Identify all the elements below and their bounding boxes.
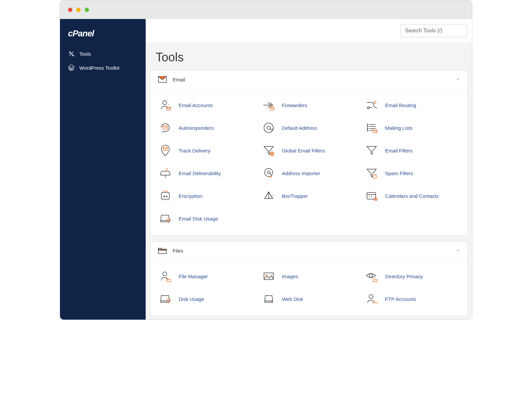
at-import-icon — [262, 166, 275, 180]
wordpress-icon — [68, 64, 75, 71]
tool-web-disk[interactable]: Web Disk — [257, 288, 361, 310]
tool-email-accounts[interactable]: Email Accounts — [154, 94, 257, 116]
tool-email-filters[interactable]: Email Filters — [360, 139, 464, 162]
section-title: Files — [173, 248, 183, 254]
tool-label: File Manager — [179, 274, 208, 279]
tool-images[interactable]: Images — [257, 265, 361, 288]
tool-track-delivery[interactable]: Track Delivery — [154, 139, 257, 162]
section-header-email[interactable]: Email — [151, 71, 467, 88]
maximize-window-button[interactable] — [85, 8, 89, 12]
svg-point-32 — [271, 301, 272, 302]
tools-icon — [68, 50, 75, 57]
svg-point-18 — [265, 168, 273, 176]
tool-disk-usage[interactable]: Disk Usage — [154, 288, 257, 310]
tool-label: Disk Usage — [179, 296, 204, 302]
tool-email-deliverability[interactable]: Email Deliverability — [154, 162, 257, 184]
trap-icon — [262, 189, 275, 202]
tool-global-email-filters[interactable]: Global Email Filters — [257, 139, 361, 162]
tool-file-manager[interactable]: File Manager — [154, 265, 257, 288]
safe-icon — [159, 189, 172, 202]
disk-icon — [262, 292, 275, 306]
section-email: Email Email Accounts Forwarders — [150, 70, 467, 236]
tool-boxtrapper[interactable]: BoxTrapper — [257, 184, 361, 207]
tool-label: Address Importer — [282, 170, 320, 176]
svg-rect-21 — [161, 192, 169, 199]
tool-mailing-lists[interactable]: Mailing Lists — [360, 116, 464, 139]
minimize-window-button[interactable] — [76, 8, 81, 12]
tool-email-disk-usage[interactable]: Email Disk Usage — [154, 207, 257, 230]
tool-label: Track Delivery — [179, 148, 210, 153]
sidebar-item-wordpress[interactable]: WordPress Toolkit — [60, 61, 146, 75]
eye-folder-icon — [365, 270, 378, 283]
sidebar-item-tools[interactable]: Tools — [60, 47, 146, 61]
tool-forwarders[interactable]: Forwarders — [257, 94, 361, 116]
sidebar-item-label: WordPress Toolkit — [79, 65, 119, 71]
svg-point-33 — [369, 295, 373, 299]
tool-label: Autoresponders — [179, 125, 214, 131]
tool-label: FTP Accounts — [385, 296, 416, 302]
autoresponder-icon — [159, 121, 172, 134]
svg-rect-27 — [158, 249, 166, 250]
tool-grid-files: File Manager Images Directory Privacy Di… — [151, 260, 467, 316]
svg-point-11 — [367, 124, 368, 125]
tool-label: Encryption — [179, 193, 202, 199]
svg-point-2 — [163, 101, 167, 105]
user-mail-icon — [159, 98, 172, 112]
tool-label: Email Filters — [385, 148, 413, 153]
app-window: cPanel Tools WordPress Toolkit Tools — [60, 0, 472, 320]
tool-label: Email Routing — [385, 102, 416, 108]
svg-point-23 — [166, 196, 167, 197]
email-icon — [158, 76, 167, 83]
tool-spam-filters[interactable]: Spam Filters — [360, 162, 464, 184]
section-header-files[interactable]: Files — [151, 242, 467, 260]
tool-label: Email Accounts — [179, 102, 213, 108]
svg-point-19 — [267, 171, 270, 174]
sidebar-item-label: Tools — [79, 51, 91, 57]
tool-label: Email Disk Usage — [179, 216, 218, 222]
chevron-up-icon — [456, 77, 460, 82]
svg-point-9 — [264, 123, 273, 132]
tool-label: Email Deliverability — [179, 170, 221, 176]
tool-label: Images — [282, 274, 298, 279]
chevron-up-icon — [456, 248, 460, 253]
svg-point-30 — [266, 275, 267, 276]
svg-point-10 — [267, 126, 270, 129]
close-window-button[interactable] — [68, 8, 72, 12]
user-ftp-icon: FTP — [365, 292, 378, 306]
svg-point-28 — [163, 272, 167, 276]
calendar-at-icon — [365, 189, 378, 202]
tool-default-address[interactable]: Default Address — [257, 116, 361, 139]
tool-label: Directory Privacy — [385, 274, 423, 279]
svg-point-6 — [367, 107, 369, 109]
tool-label: BoxTrapper — [282, 193, 308, 199]
tool-calendars-contacts[interactable]: Calendars and Contacts — [360, 184, 464, 207]
tool-encryption[interactable]: Encryption — [154, 184, 257, 207]
tool-label: Mailing Lists — [385, 125, 413, 131]
tool-autoresponders[interactable]: Autoresponders — [154, 116, 257, 139]
user-folder-icon — [159, 270, 172, 283]
mailbox-icon — [159, 166, 172, 180]
disk-pie-icon — [159, 292, 172, 306]
pin-mail-icon — [159, 144, 172, 157]
forward-icon — [262, 98, 275, 112]
tool-label: Spam Filters — [385, 170, 413, 176]
filter-globe-icon — [262, 144, 275, 157]
tool-label: Global Email Filters — [282, 148, 325, 153]
svg-point-22 — [164, 196, 165, 197]
image-icon — [262, 270, 275, 283]
svg-point-13 — [367, 128, 368, 129]
list-mail-icon — [365, 121, 378, 134]
tool-ftp-accounts[interactable]: FTP FTP Accounts — [360, 288, 464, 310]
tool-address-importer[interactable]: Address Importer — [257, 162, 361, 184]
svg-point-14 — [367, 130, 368, 131]
tool-grid-email: Email Accounts Forwarders Email Routing … — [151, 88, 467, 235]
tool-email-routing[interactable]: Email Routing — [360, 94, 464, 116]
search-input[interactable] — [401, 24, 467, 37]
tool-directory-privacy[interactable]: Directory Privacy — [360, 265, 464, 288]
section-title: Email — [173, 77, 185, 82]
tool-label: Forwarders — [282, 102, 307, 108]
routing-icon — [365, 98, 378, 112]
folder-icon — [158, 247, 167, 254]
filter-alert-icon — [365, 166, 378, 180]
disk-chart-icon — [159, 212, 172, 225]
